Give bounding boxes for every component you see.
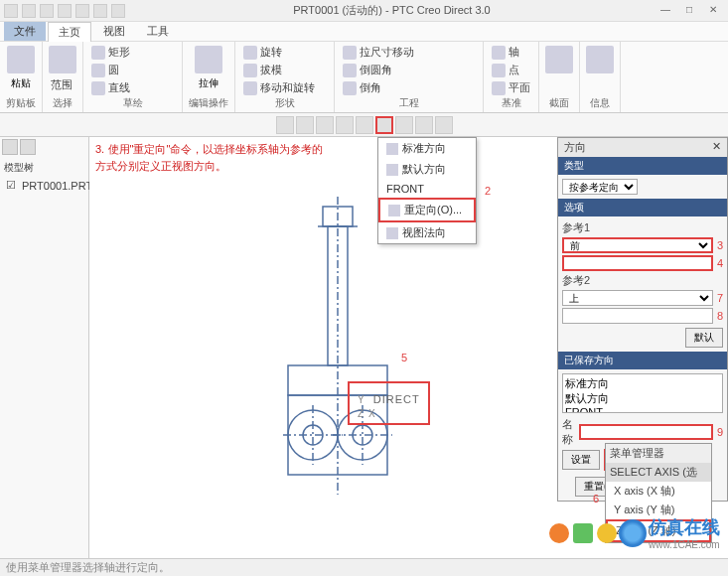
annotation-9: 9 <box>717 426 723 438</box>
saved-item[interactable]: 默认方向 <box>565 391 720 406</box>
ref2-pick-field[interactable] <box>562 308 713 324</box>
mm-x-axis[interactable]: X axis (X 轴) <box>606 482 711 501</box>
sketch-rect[interactable]: 矩形 <box>89 44 176 61</box>
sketch-group-label: 草绘 <box>89 96 176 110</box>
select-icon[interactable] <box>49 46 76 73</box>
shape-draft[interactable]: 拔模 <box>241 62 328 78</box>
section-icon[interactable] <box>545 46 573 73</box>
qat-save-icon[interactable] <box>40 4 54 18</box>
ctx-standard[interactable]: 标准方向 <box>378 138 476 159</box>
surface-group-label: 截面 <box>545 96 573 110</box>
statusbar: 使用菜单管理器选择轴进行定向。 <box>0 558 728 576</box>
saved-item[interactable]: 标准方向 <box>565 376 720 391</box>
annotation-2: 2 <box>485 185 491 197</box>
ribbon-group-select: 范围 选择 <box>43 42 83 112</box>
ref1-pick-field[interactable] <box>562 255 713 271</box>
qat-open-icon[interactable] <box>22 4 36 18</box>
ref1-direction-select[interactable]: 前 <box>562 237 713 253</box>
type-select[interactable]: 按参考定向 <box>562 179 638 195</box>
watermark: 仿真在线 www.1CAE.com <box>549 515 720 550</box>
shape-rotate[interactable]: 旋转 <box>241 44 328 61</box>
instruction-body: 使用"重定向"命令，以选择坐标系轴为参考的方式分别定义正视图方向。 <box>95 143 323 172</box>
tree-tab-icon[interactable] <box>2 139 18 155</box>
axis-icon <box>492 46 506 60</box>
panel-close-icon[interactable]: ✕ <box>712 140 721 155</box>
file-menu[interactable]: 文件 <box>4 22 46 41</box>
default-button[interactable]: 默认 <box>685 328 723 348</box>
window-title: PRT0001 (活动的) - PTC Creo Direct 3.0 <box>129 3 655 18</box>
ribbon-group-edit: 拉伸 编辑操作 <box>183 42 235 112</box>
checkbox-icon[interactable]: ☑ <box>6 179 16 192</box>
part-drawing <box>228 197 447 495</box>
ribbon-group-engineering: 拉尺寸移动 倒圆角 倒角 工程 <box>335 42 484 112</box>
ref-axis[interactable]: 轴 <box>490 44 532 61</box>
round-icon <box>343 64 357 77</box>
display-style-icon[interactable] <box>356 116 373 134</box>
wm-icon-1 <box>549 523 569 543</box>
ref-plane[interactable]: 平面 <box>490 79 532 96</box>
select-group-label: 选择 <box>49 96 76 110</box>
repaint-icon[interactable] <box>336 116 354 134</box>
annotation-3: 3 <box>717 239 723 251</box>
ribbon-group-reference: 轴 点 平面 基准 <box>484 42 539 112</box>
measure-icon[interactable] <box>586 46 614 73</box>
folder-tab-icon[interactable] <box>20 139 36 155</box>
wm-icon-3 <box>597 523 617 543</box>
ribbon-group-shape: 旋转 拔模 移动和旋转 形状 <box>235 42 335 112</box>
annotation-6: 6 <box>593 493 599 504</box>
select-item[interactable]: 范围 <box>49 76 76 93</box>
rotate-icon <box>243 46 257 60</box>
ctx-default[interactable]: 默认方向 <box>378 159 476 180</box>
tab-home[interactable]: 主页 <box>48 22 91 42</box>
sketch-line[interactable]: 直线 <box>89 79 176 96</box>
saved-item[interactable]: FRONT <box>565 406 720 413</box>
maximize-button[interactable]: □ <box>678 4 700 18</box>
sketch-circle[interactable]: 圆 <box>89 62 176 78</box>
paste-icon[interactable] <box>7 46 35 73</box>
ref2-direction-select[interactable]: 上 <box>562 290 713 306</box>
close-button[interactable]: ✕ <box>702 4 724 18</box>
annotation-8: 8 <box>717 310 723 322</box>
point-icon <box>492 64 506 77</box>
eng-dim[interactable]: 拉尺寸移动 <box>341 44 477 61</box>
saved-views-icon[interactable] <box>375 116 393 134</box>
extrude-icon[interactable] <box>195 46 222 73</box>
tree-root-item[interactable]: ☑ PRT0001.PRT <box>2 177 86 194</box>
zoom-out-icon[interactable] <box>316 116 334 134</box>
tree-title: 模型树 <box>2 159 86 177</box>
annotation-display-icon[interactable] <box>435 116 453 134</box>
qat-undo-icon[interactable] <box>58 4 72 18</box>
mm-section: SELECT AXIS (选 <box>606 463 711 482</box>
tree-item-label: PRT0001.PRT <box>22 180 92 192</box>
ctx-front[interactable]: FRONT <box>378 180 476 198</box>
zoom-in-icon[interactable] <box>296 116 314 134</box>
watermark-url: www.1CAE.com <box>649 539 720 550</box>
status-text: 使用菜单管理器选择轴进行定向。 <box>6 560 170 575</box>
qat-regen-icon[interactable] <box>93 4 107 18</box>
qat-redo-icon[interactable] <box>75 4 89 18</box>
minimize-button[interactable]: — <box>655 4 676 18</box>
annotation-5: 5 <box>401 352 407 363</box>
eng-chamfer[interactable]: 倒角 <box>341 79 477 96</box>
tab-view[interactable]: 视图 <box>93 22 135 41</box>
dim-icon <box>343 46 357 60</box>
set-button[interactable]: 设置 <box>562 450 600 470</box>
extrude-label: 拉伸 <box>189 76 228 90</box>
name-input[interactable] <box>579 424 713 440</box>
options-section-header: 选项 <box>558 199 727 216</box>
direct-label-box: Y DIRECT Z X <box>348 381 430 425</box>
refit-icon[interactable] <box>276 116 294 134</box>
saved-views-list[interactable]: 标准方向 默认方向 FRONT <box>562 373 723 413</box>
ref1-label: 参考1 <box>562 220 723 235</box>
qat-new-icon[interactable] <box>4 4 18 18</box>
qat-windows-icon[interactable] <box>111 4 125 18</box>
ref-point[interactable]: 点 <box>490 62 532 78</box>
datum-display-icon[interactable] <box>415 116 433 134</box>
edit-group-label: 编辑操作 <box>189 96 228 110</box>
menubar: 文件 主页 视图 工具 <box>0 22 728 42</box>
tab-tools[interactable]: 工具 <box>137 22 179 41</box>
shape-move[interactable]: 移动和旋转 <box>241 79 328 96</box>
reference-group-label: 基准 <box>490 96 532 110</box>
view-manager-icon[interactable] <box>395 116 413 134</box>
eng-round[interactable]: 倒圆角 <box>341 62 477 78</box>
